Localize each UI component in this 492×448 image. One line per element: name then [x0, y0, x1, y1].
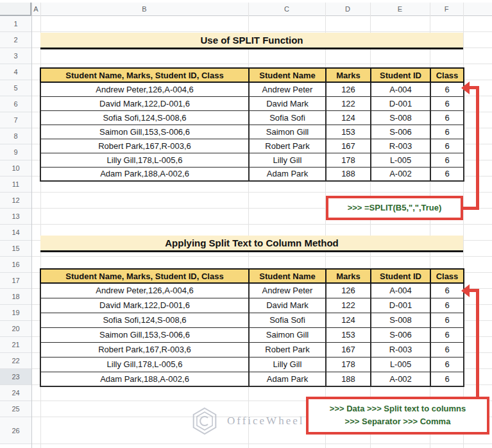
row-header-22[interactable]: 22: [0, 353, 31, 369]
formula-note-box[interactable]: >>> =SPLIT(B5,",",True): [326, 196, 463, 220]
split-text-to-column-table[interactable]: Student Name, Marks, Student ID, ClassSt…: [40, 268, 464, 387]
table-cell[interactable]: Adam Park: [249, 372, 326, 386]
table-cell[interactable]: 124: [326, 313, 371, 327]
row-header-3[interactable]: 3: [0, 48, 31, 64]
row-header-14[interactable]: 14: [0, 225, 31, 241]
table-header-cell[interactable]: Student Name: [249, 68, 326, 82]
row-header-23[interactable]: 23: [0, 369, 31, 385]
table-header-cell[interactable]: Student Name, Marks, Student ID, Class: [40, 269, 249, 283]
row-header-17[interactable]: 17: [0, 273, 31, 289]
table-cell[interactable]: David Mark,122,D-001,6: [40, 96, 249, 110]
table-cell[interactable]: 124: [326, 110, 371, 125]
table-cell[interactable]: Saimon Gill,153,S-006,6: [40, 125, 249, 139]
table-cell[interactable]: D-001: [371, 298, 430, 313]
table-cell[interactable]: 6: [430, 342, 464, 357]
row-header-11[interactable]: 11: [0, 177, 31, 193]
table-header-cell[interactable]: Class: [430, 269, 464, 283]
row-header-18[interactable]: 18: [0, 289, 31, 305]
table-cell[interactable]: Robert Park,167,R-003,6: [40, 139, 249, 153]
table-cell[interactable]: S-008: [371, 110, 430, 125]
row-header-21[interactable]: 21: [0, 337, 31, 353]
split-function-table[interactable]: Student Name, Marks, Student ID, ClassSt…: [40, 67, 464, 182]
table-cell[interactable]: 6: [430, 96, 464, 110]
table-cell[interactable]: S-006: [371, 125, 430, 139]
table-cell[interactable]: Sofia Sofi,124,S-008,6: [40, 313, 249, 327]
table-cell[interactable]: 178: [326, 357, 371, 372]
table-cell[interactable]: Saimon Gill: [249, 125, 326, 139]
table-cell[interactable]: Lilly Gill: [249, 357, 326, 372]
table-header-cell[interactable]: Student Name, Marks, Student ID, Class: [40, 68, 249, 82]
table-cell[interactable]: David Mark: [249, 96, 326, 110]
row-header-19[interactable]: 19: [0, 305, 31, 321]
table-cell[interactable]: 122: [326, 96, 371, 110]
table-cell[interactable]: Robert Park: [249, 139, 326, 153]
table-cell[interactable]: 122: [326, 298, 371, 313]
table-cell[interactable]: 188: [326, 167, 371, 181]
row-header-15[interactable]: 15: [0, 241, 31, 257]
row-header-1[interactable]: 1: [0, 16, 31, 32]
table-cell[interactable]: Lilly Gill: [249, 153, 326, 167]
table-header-cell[interactable]: Student ID: [371, 68, 430, 82]
row-header-20[interactable]: 20: [0, 321, 31, 337]
table-header-cell[interactable]: Class: [430, 68, 464, 82]
table-cell[interactable]: Adam Park,188,A-002,6: [40, 167, 249, 181]
table-cell[interactable]: S-008: [371, 313, 430, 327]
table-cell[interactable]: A-002: [371, 372, 430, 386]
row-header-8[interactable]: 8: [0, 128, 31, 144]
row-header-12[interactable]: 12: [0, 193, 31, 209]
table-cell[interactable]: R-003: [371, 342, 430, 357]
table-cell[interactable]: R-003: [371, 139, 430, 153]
table-cell[interactable]: 6: [430, 82, 464, 96]
table-cell[interactable]: 6: [430, 125, 464, 139]
table-cell[interactable]: 6: [430, 139, 464, 153]
row-header-5[interactable]: 5: [0, 80, 31, 96]
table-cell[interactable]: 153: [326, 125, 371, 139]
table-cell[interactable]: Andrew Peter,126,A-004,6: [40, 82, 249, 96]
menu-path-note-box[interactable]: >>> Data >>> Split text to columns >>> S…: [306, 397, 489, 435]
section1-title-cell[interactable]: Use of SPLIT Function: [40, 33, 463, 49]
table-cell[interactable]: 178: [326, 153, 371, 167]
column-header-A[interactable]: A: [31, 3, 40, 16]
section2-title-cell[interactable]: Applying Split Text to Column Method: [40, 236, 463, 252]
row-header-4[interactable]: 4: [0, 64, 31, 80]
table-cell[interactable]: David Mark: [249, 298, 326, 313]
column-header-D[interactable]: D: [325, 3, 370, 16]
table-cell[interactable]: 167: [326, 139, 371, 153]
table-cell[interactable]: Robert Park: [249, 342, 326, 357]
table-cell[interactable]: L-005: [371, 153, 430, 167]
table-cell[interactable]: Sofia Sofi,124,S-008,6: [40, 110, 249, 125]
table-cell[interactable]: Andrew Peter,126,A-004,6: [40, 283, 249, 298]
table-cell[interactable]: Robert Park,167,R-003,6: [40, 342, 249, 357]
table-cell[interactable]: 126: [326, 82, 371, 96]
table-cell[interactable]: A-004: [371, 82, 430, 96]
table-cell[interactable]: David Mark,122,D-001,6: [40, 298, 249, 313]
row-header-9[interactable]: 9: [0, 144, 31, 160]
table-cell[interactable]: D-001: [371, 96, 430, 110]
select-all-corner[interactable]: [0, 3, 31, 16]
table-cell[interactable]: 6: [430, 110, 464, 125]
column-header-B[interactable]: B: [40, 3, 248, 16]
table-cell[interactable]: L-005: [371, 357, 430, 372]
row-header-10[interactable]: 10: [0, 160, 31, 177]
table-cell[interactable]: Andrew Peter: [249, 82, 326, 96]
column-header-C[interactable]: C: [248, 3, 325, 16]
table-cell[interactable]: 6: [430, 313, 464, 327]
table-cell[interactable]: 126: [326, 283, 371, 298]
table-cell[interactable]: Sofia Sofi: [249, 110, 326, 125]
table-cell[interactable]: 6: [430, 167, 464, 181]
table-header-cell[interactable]: Student Name: [249, 269, 326, 283]
table-cell[interactable]: Lilly Gill,178,L-005,6: [40, 153, 249, 167]
row-header-2[interactable]: 2: [0, 32, 31, 48]
row-header-7[interactable]: 7: [0, 112, 31, 128]
table-header-cell[interactable]: Marks: [326, 269, 371, 283]
table-cell[interactable]: S-006: [371, 327, 430, 342]
row-header-6[interactable]: 6: [0, 96, 31, 112]
table-cell[interactable]: Sofia Sofi: [249, 313, 326, 327]
table-cell[interactable]: 167: [326, 342, 371, 357]
table-cell[interactable]: Saimon Gill: [249, 327, 326, 342]
table-cell[interactable]: Adam Park,188,A-002,6: [40, 372, 249, 386]
row-header-13[interactable]: 13: [0, 209, 31, 225]
table-cell[interactable]: 6: [430, 283, 464, 298]
table-cell[interactable]: A-002: [371, 167, 430, 181]
row-header-25[interactable]: 25: [0, 401, 31, 417]
